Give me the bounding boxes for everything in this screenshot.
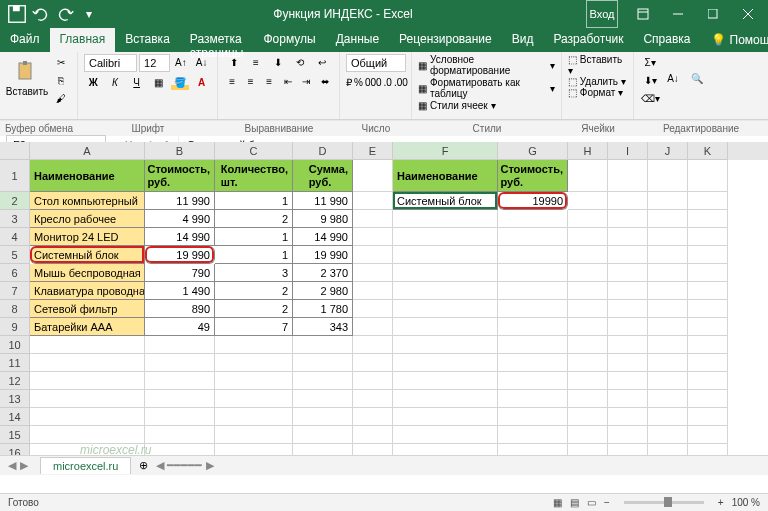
cell[interactable]: [393, 210, 498, 228]
cell[interactable]: Мышь беспроводная: [30, 264, 145, 282]
cell[interactable]: [353, 336, 393, 354]
shrink-font-icon[interactable]: A↓: [192, 54, 211, 70]
font-size-select[interactable]: 12: [139, 54, 170, 72]
cell[interactable]: [648, 354, 688, 372]
cell[interactable]: 49: [145, 318, 215, 336]
qat-dropdown-icon[interactable]: ▾: [78, 3, 100, 25]
col-header[interactable]: G: [498, 142, 568, 160]
cell[interactable]: [215, 390, 293, 408]
cell[interactable]: 890: [145, 300, 215, 318]
cell[interactable]: [608, 264, 648, 282]
cell[interactable]: [688, 426, 728, 444]
cell[interactable]: [568, 192, 608, 210]
zoom-out-icon[interactable]: −: [604, 497, 610, 508]
cell[interactable]: [608, 228, 648, 246]
cell[interactable]: [498, 408, 568, 426]
bold-icon[interactable]: Ж: [84, 74, 103, 90]
autosum-icon[interactable]: Σ▾: [640, 54, 660, 70]
cell[interactable]: Клавиатура проводная: [30, 282, 145, 300]
cell[interactable]: [30, 408, 145, 426]
cell[interactable]: 1: [215, 192, 293, 210]
cell[interactable]: Стол компьютерный: [30, 192, 145, 210]
cell[interactable]: Наименование: [30, 160, 145, 192]
cell[interactable]: 4 990: [145, 210, 215, 228]
cell[interactable]: [393, 246, 498, 264]
cell[interactable]: Количество,шт.: [215, 160, 293, 192]
dec-decimal-icon[interactable]: .00: [394, 74, 408, 90]
minimize-icon[interactable]: [662, 0, 694, 28]
cell[interactable]: 2: [215, 210, 293, 228]
tab-view[interactable]: Вид: [502, 28, 544, 52]
cell[interactable]: [145, 390, 215, 408]
cell[interactable]: [353, 372, 393, 390]
col-header[interactable]: H: [568, 142, 608, 160]
row-header[interactable]: 1: [0, 160, 30, 192]
cell[interactable]: [353, 354, 393, 372]
col-header[interactable]: J: [648, 142, 688, 160]
page-layout-icon[interactable]: ▤: [570, 497, 579, 508]
cell[interactable]: [568, 318, 608, 336]
row-header[interactable]: 14: [0, 408, 30, 426]
inc-decimal-icon[interactable]: .0: [384, 74, 392, 90]
cell[interactable]: [608, 426, 648, 444]
redo-icon[interactable]: [54, 3, 76, 25]
cell[interactable]: [145, 354, 215, 372]
cell[interactable]: 2: [215, 282, 293, 300]
zoom-in-icon[interactable]: +: [718, 497, 724, 508]
cell[interactable]: [688, 246, 728, 264]
cell[interactable]: Стоимость,руб.: [498, 160, 568, 192]
cell[interactable]: [293, 336, 353, 354]
col-header[interactable]: B: [145, 142, 215, 160]
cell[interactable]: 14 990: [293, 228, 353, 246]
cell[interactable]: [353, 408, 393, 426]
cell[interactable]: 2 980: [293, 282, 353, 300]
close-icon[interactable]: [732, 0, 764, 28]
cell[interactable]: [353, 192, 393, 210]
col-header[interactable]: E: [353, 142, 393, 160]
clear-icon[interactable]: ⌫▾: [640, 90, 660, 106]
zoom-level[interactable]: 100 %: [732, 497, 760, 508]
cell[interactable]: [393, 282, 498, 300]
tell-me[interactable]: 💡Помощник: [701, 28, 768, 52]
cell[interactable]: [648, 408, 688, 426]
sheet-nav-last-icon[interactable]: ▶: [20, 459, 28, 472]
cell[interactable]: 1: [215, 246, 293, 264]
undo-icon[interactable]: [30, 3, 52, 25]
align-center-icon[interactable]: ≡: [243, 73, 260, 89]
align-top-icon[interactable]: ⬆: [224, 54, 244, 70]
tab-developer[interactable]: Разработчик: [543, 28, 633, 52]
cell[interactable]: [293, 354, 353, 372]
cell[interactable]: [608, 300, 648, 318]
font-name-select[interactable]: Calibri: [84, 54, 137, 72]
cell[interactable]: [608, 282, 648, 300]
cell[interactable]: [568, 300, 608, 318]
cell[interactable]: [608, 336, 648, 354]
cell[interactable]: 790: [145, 264, 215, 282]
cell[interactable]: [393, 354, 498, 372]
cell[interactable]: [393, 264, 498, 282]
cell[interactable]: [688, 390, 728, 408]
cell[interactable]: [648, 390, 688, 408]
cell[interactable]: [498, 228, 568, 246]
cell[interactable]: [498, 390, 568, 408]
cell[interactable]: [648, 372, 688, 390]
number-format-select[interactable]: Общий: [346, 54, 406, 72]
cell[interactable]: [648, 228, 688, 246]
format-cells[interactable]: ⬚ Формат ▾: [568, 87, 627, 98]
cell[interactable]: [568, 210, 608, 228]
font-color-icon[interactable]: A: [192, 74, 211, 90]
cell[interactable]: [648, 336, 688, 354]
cell[interactable]: [498, 300, 568, 318]
tab-home[interactable]: Главная: [50, 28, 116, 52]
cell[interactable]: [688, 210, 728, 228]
cell[interactable]: [353, 228, 393, 246]
find-icon[interactable]: 🔍: [686, 54, 708, 102]
delete-cells[interactable]: ⬚ Удалить ▾: [568, 76, 627, 87]
cell[interactable]: [688, 354, 728, 372]
indent-inc-icon[interactable]: ⇥: [298, 73, 315, 89]
cell[interactable]: Сумма,руб.: [293, 160, 353, 192]
orientation-icon[interactable]: ⟲: [290, 54, 310, 70]
cell[interactable]: [608, 246, 648, 264]
cell[interactable]: Батарейки AAA: [30, 318, 145, 336]
currency-icon[interactable]: ₽: [346, 74, 352, 90]
